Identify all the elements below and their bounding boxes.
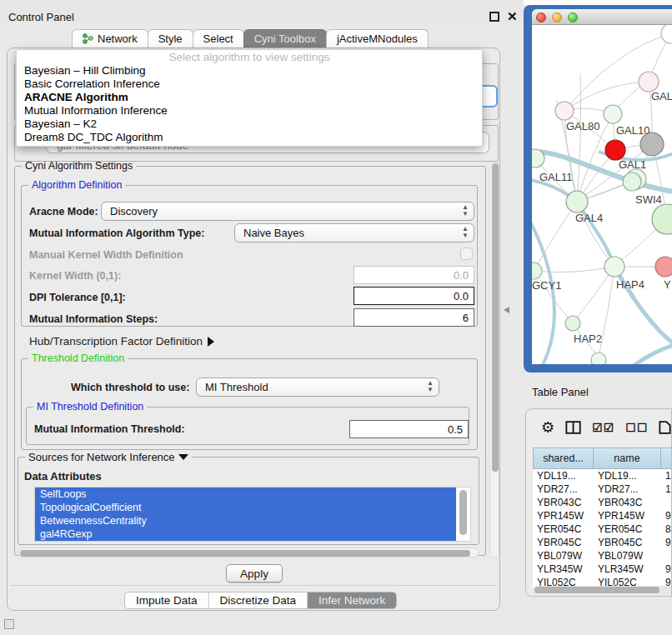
- tab-discretize-data[interactable]: Discretize Data: [209, 592, 308, 608]
- data-attributes-list[interactable]: SelfLoops TopologicalCoefficient Between…: [34, 487, 471, 542]
- split-columns-icon[interactable]: [565, 420, 581, 435]
- horizontal-scrollbar[interactable]: [18, 548, 479, 558]
- cell[interactable]: YER054C: [533, 522, 594, 536]
- dropdown-item-selected[interactable]: ARACNE Algorithm: [17, 91, 482, 104]
- node-gal10[interactable]: [604, 105, 622, 123]
- cell[interactable]: YDR27...: [594, 482, 661, 496]
- dropdown-item[interactable]: Mutual Information Inference: [17, 104, 482, 118]
- tab-style[interactable]: Style: [148, 29, 193, 48]
- cell[interactable]: 9.: [661, 509, 672, 522]
- node[interactable]: [652, 204, 672, 234]
- cell[interactable]: YBR045C: [533, 536, 594, 549]
- node-gcy1[interactable]: [532, 262, 542, 279]
- list-item[interactable]: BetweennessCentrality: [35, 514, 456, 528]
- dropdown-item[interactable]: Bayesian – Hill Climbing: [17, 64, 482, 78]
- network-canvas[interactable]: GAL GAL80 GAL10 GAL1 GAL11 GAL4 SWI4 GCY…: [532, 25, 672, 364]
- cell[interactable]: YPR145W: [533, 509, 594, 522]
- cell[interactable]: YBR045C: [594, 536, 661, 549]
- tab-network[interactable]: Network: [72, 29, 148, 48]
- node-hap4[interactable]: [604, 257, 624, 277]
- node-salmon[interactable]: [655, 257, 672, 277]
- list-item[interactable]: TopologicalCoefficient: [35, 501, 456, 514]
- node-gal80[interactable]: [555, 102, 574, 120]
- cell[interactable]: YPR145W: [594, 509, 661, 522]
- table-horizontal-scrollbar-thumb[interactable]: [534, 587, 659, 593]
- deselect-all-checkboxes-icon[interactable]: ☐☐: [625, 421, 648, 434]
- cell[interactable]: 9.: [661, 536, 672, 549]
- which-threshold-combobox[interactable]: MI Threshold ▲▼: [196, 378, 439, 397]
- apply-button[interactable]: Apply: [226, 564, 283, 582]
- table-row[interactable]: YPR145W YPR145W 9.: [533, 509, 672, 522]
- node-hap2[interactable]: [565, 316, 580, 331]
- cell[interactable]: [661, 549, 672, 562]
- node[interactable]: [661, 25, 672, 43]
- vertical-scrollbar-thumb[interactable]: [492, 163, 499, 472]
- tab-select[interactable]: Select: [193, 29, 244, 48]
- cell[interactable]: YDR27...: [533, 482, 594, 496]
- dpi-tolerance-field[interactable]: 0.0: [354, 287, 474, 305]
- cell[interactable]: 13: [661, 469, 672, 482]
- cell[interactable]: YER054C: [594, 522, 661, 536]
- node-gal4[interactable]: [566, 191, 588, 212]
- tab-impute-data[interactable]: Impute Data: [125, 592, 209, 608]
- mi-algorithm-type-combobox[interactable]: Naive Bayes ▲▼: [234, 223, 474, 242]
- document-icon[interactable]: [659, 420, 671, 435]
- cell[interactable]: 8.: [661, 522, 672, 536]
- cell[interactable]: YLR345W: [533, 562, 594, 576]
- table-row[interactable]: YDR27... YDR27... 12: [533, 482, 672, 496]
- column-header-name[interactable]: name: [594, 448, 661, 469]
- cell[interactable]: YLR345W: [594, 562, 661, 576]
- float-window-icon[interactable]: [489, 12, 499, 22]
- close-traffic-light-icon[interactable]: [536, 12, 546, 22]
- dock-panel-icon[interactable]: [4, 619, 14, 629]
- table-horizontal-scrollbar[interactable]: [533, 586, 672, 594]
- tab-cyni-toolbox[interactable]: Cyni Toolbox: [243, 29, 327, 48]
- table-row[interactable]: YBR045C YBR045C 9.: [533, 536, 672, 549]
- mi-steps-field[interactable]: 6: [354, 308, 474, 327]
- cell[interactable]: 9.: [661, 562, 672, 576]
- cell[interactable]: YBL079W: [533, 549, 594, 562]
- table-row[interactable]: YER054C YER054C 8.: [533, 522, 672, 536]
- table-row[interactable]: YDL19... YDL19... 13: [533, 469, 672, 482]
- vertical-scrollbar[interactable]: [489, 162, 499, 558]
- list-item[interactable]: SelfLoops: [35, 488, 456, 501]
- table-row[interactable]: YBR043C YBR043C: [533, 496, 672, 509]
- dropdown-item[interactable]: Bayesian – K2: [17, 118, 482, 131]
- close-icon[interactable]: ✕: [507, 9, 518, 24]
- edge: [534, 202, 577, 271]
- network-window-titlebar[interactable]: [532, 9, 672, 25]
- aracne-mode-combobox[interactable]: Discovery ▲▼: [101, 202, 474, 221]
- cell[interactable]: [661, 496, 672, 509]
- column-header-shared-name[interactable]: shared...: [533, 448, 594, 469]
- table-row[interactable]: YLR345W YLR345W 9.: [533, 562, 672, 576]
- list-item[interactable]: gal4RGexp: [35, 528, 456, 541]
- tab-jactivemnodules[interactable]: jActiveMNodules: [326, 29, 429, 48]
- hub-definition-toggle[interactable]: Hub/Transcription Factor Definition: [29, 335, 214, 348]
- tab-infer-network[interactable]: Infer Network: [308, 592, 396, 608]
- manual-kernel-width-checkbox[interactable]: [460, 248, 473, 260]
- cell[interactable]: 12: [661, 482, 672, 496]
- dropdown-item[interactable]: Dream8 DC_TDC Algorithm: [17, 131, 482, 144]
- cell[interactable]: YDL19...: [533, 469, 594, 482]
- dropdown-item[interactable]: Basic Correlation Inference: [17, 78, 482, 91]
- cell[interactable]: YBL079W: [594, 549, 661, 562]
- cell[interactable]: YDL19...: [594, 469, 661, 482]
- gear-icon[interactable]: ⚙: [541, 418, 554, 437]
- minimize-traffic-light-icon[interactable]: [552, 12, 562, 22]
- panel-splitter-handle[interactable]: [504, 307, 509, 313]
- expanded-arrow-icon[interactable]: [178, 454, 188, 460]
- control-panel-title: Control Panel: [8, 11, 74, 23]
- horizontal-scrollbar-thumb[interactable]: [20, 550, 470, 557]
- node-selected-red[interactable]: [605, 140, 625, 160]
- table-row[interactable]: YBL079W YBL079W: [533, 549, 672, 562]
- column-header-partial[interactable]: A: [661, 448, 672, 469]
- cell[interactable]: YBR043C: [533, 496, 594, 509]
- node-swi4[interactable]: [623, 172, 641, 191]
- node-gal7[interactable]: [639, 72, 659, 92]
- zoom-traffic-light-icon[interactable]: [568, 12, 578, 22]
- select-all-checkboxes-icon[interactable]: ☑☑: [592, 421, 614, 434]
- mi-threshold-field[interactable]: 0.5: [349, 420, 469, 438]
- node[interactable]: [591, 352, 606, 364]
- cell[interactable]: YBR043C: [594, 496, 661, 509]
- list-scrollbar-thumb[interactable]: [459, 490, 467, 535]
